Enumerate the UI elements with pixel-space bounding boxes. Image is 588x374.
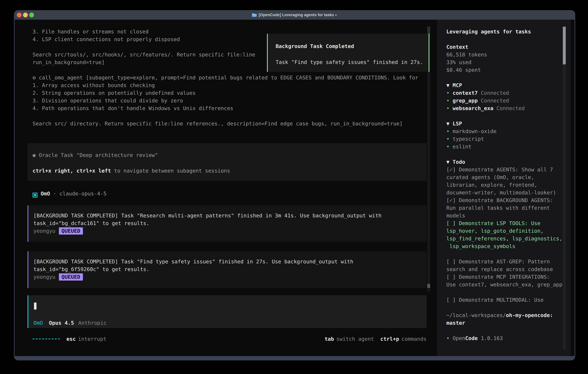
prompt-input[interactable]: OmOOpus 4.5Anthropic: [28, 295, 427, 328]
traffic-lights: [17, 10, 34, 20]
tab-key-hint: tab: [325, 336, 334, 342]
close-button[interactable]: [17, 13, 21, 17]
mcp-item: • websearch_exa Connected: [446, 104, 571, 112]
folder-icon: [252, 13, 257, 17]
agent-model: claude-opus-4-5: [60, 191, 106, 197]
background-task-message-2: [BACKGROUND TASK COMPLETED] Task "Find t…: [28, 251, 427, 288]
oracle-task-panel: ◉ Oracle Task "Deep architecture review"…: [28, 143, 427, 181]
mcp-item: • context7 Connected: [446, 89, 571, 97]
todo-header[interactable]: ▼ Todo: [446, 158, 571, 166]
oracle-hint-keys: ctrl+x right, ctrl+x left: [32, 168, 111, 174]
git-branch: master: [446, 319, 571, 327]
esc-key-label: interrupt: [78, 336, 106, 342]
status-bar: esc interrupt tabswitch agent ctrl+pcomm…: [32, 335, 427, 343]
queued-badge: QUEUED: [59, 227, 83, 235]
screen: [OpenCode] Leveraging agents for tasks ◐…: [0, 0, 588, 374]
mcp-header[interactable]: ▼ MCP: [446, 82, 571, 89]
status-dot-icon: •: [446, 144, 452, 150]
maximize-button[interactable]: [29, 13, 34, 17]
ctrlp-key-label: commands: [401, 336, 427, 342]
background-task-toast[interactable]: Background Task Completed Task "Find typ…: [267, 34, 430, 72]
input-provider: Anthropic: [78, 320, 106, 326]
minimize-button[interactable]: [23, 13, 28, 17]
oracle-task-line: ◉ Oracle Task "Deep architecture review": [32, 151, 427, 159]
status-dot-icon: •: [446, 136, 452, 142]
context-stats: 66,518 tokens33% used$0.46 spent: [446, 51, 571, 74]
oracle-hint-line: ctrl+x right, ctrl+x left to navigate be…: [32, 167, 427, 175]
message-meta: yeongyuQUEUED: [33, 273, 427, 281]
tab-key-label: switch agent: [336, 336, 374, 342]
status-dot-icon: •: [446, 105, 452, 111]
context-header: Context: [446, 43, 571, 51]
background-task-message-1: [BACKGROUND TASK COMPLETED] Task "Resear…: [28, 205, 427, 242]
terminal-window: [OpenCode] Leveraging agents for tasks ◐…: [14, 10, 575, 360]
status-dot-icon: •: [446, 98, 452, 104]
app-version: • OpenCode 1.0.163: [446, 334, 571, 342]
input-agent-name: OmO: [33, 320, 43, 326]
queued-badge: QUEUED: [59, 273, 83, 280]
message-text: [BACKGROUND TASK COMPLETED] Task "Find t…: [33, 258, 427, 273]
toast-title: Background Task Completed: [276, 42, 429, 50]
mcp-item: • grep_app Connected: [446, 97, 571, 104]
message-author: yeongyu: [33, 274, 55, 280]
text-cursor: [34, 302, 36, 310]
status-dot-icon: •: [446, 335, 452, 341]
ctrlp-key-hint: ctrl+p: [380, 336, 399, 342]
status-dot-icon: •: [446, 90, 452, 96]
omo-agent-icon: [32, 193, 37, 197]
terminal-body: 3. File handles or streams not closed4. …: [15, 20, 575, 356]
agent-session-header: OmO · claude-opus-4-5: [32, 190, 106, 197]
window-title-text: [OpenCode] Leveraging agents for tasks ◐: [259, 13, 337, 17]
sidebar-scrollbar-thumb[interactable]: [563, 27, 566, 64]
lsp-item: • typescript: [446, 135, 571, 143]
lsp-item: • markdown-oxide: [446, 127, 571, 135]
window-titlebar: [OpenCode] Leveraging agents for tasks ◐: [14, 10, 575, 20]
message-text: [BACKGROUND TASK COMPLETED] Task "Resear…: [33, 212, 427, 227]
lsp-item: • eslint: [446, 143, 571, 150]
esc-key-hint: esc: [66, 336, 76, 342]
lsp-header[interactable]: ▼ LSP: [446, 120, 571, 127]
workspace-path: ~/local-workspaces/oh-my-opencode:: [446, 311, 571, 319]
toast-body: Task "Find type safety issues" finished …: [276, 58, 429, 66]
todo-list: [✓] Demonstrate AGENTS: Show all 7curate…: [446, 166, 571, 304]
message-author: yeongyu: [33, 228, 55, 234]
input-model: Opus 4.5: [49, 320, 74, 326]
window-title: [OpenCode] Leveraging agents for tasks ◐: [14, 13, 575, 17]
session-title: Leveraging agents for tasks: [446, 28, 571, 35]
sidebar-scrollbar-track[interactable]: [563, 26, 566, 350]
agent-name: OmO: [41, 191, 50, 197]
spinner-dots: [32, 338, 61, 339]
main-scrollbar-thumb[interactable]: [427, 284, 430, 288]
status-dot-icon: •: [446, 128, 452, 134]
oracle-hint-rest: to navigate between subagent sessions: [111, 168, 230, 174]
message-meta: yeongyuQUEUED: [33, 227, 427, 235]
session-sidebar: Leveraging agents for tasks Context 66,5…: [437, 20, 571, 356]
input-footer: OmOOpus 4.5Anthropic: [33, 319, 107, 327]
